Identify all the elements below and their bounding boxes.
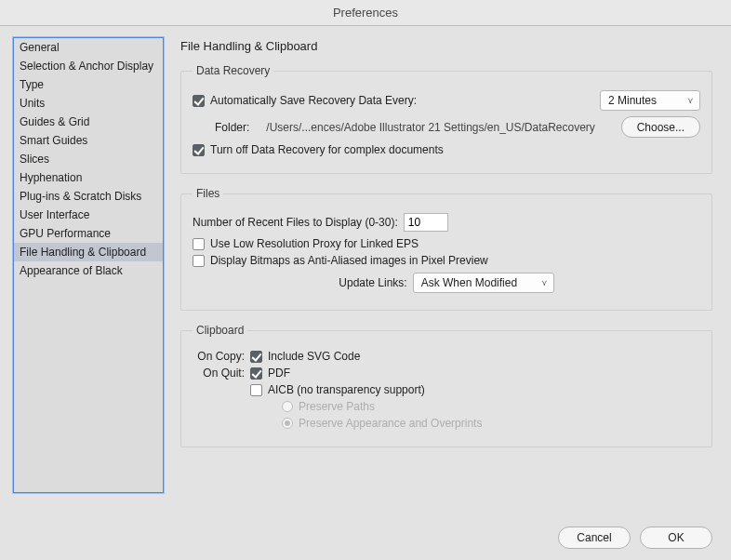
on-quit-label: On Quit: (193, 367, 245, 380)
recent-files-label: Number of Recent Files to Display (0-30)… (193, 216, 398, 229)
cancel-button[interactable]: Cancel (558, 527, 631, 549)
group-clipboard: Clipboard On Copy: Include SVG Code On Q… (180, 324, 712, 447)
select-interval-value: 2 Minutes (608, 94, 657, 107)
sidebar-item[interactable]: Units (14, 94, 163, 113)
group-clipboard-legend: Clipboard (193, 324, 247, 337)
sidebar-item[interactable]: Hyphenation (14, 168, 163, 187)
radio-preserve-appearance-label: Preserve Appearance and Overprints (299, 417, 482, 430)
sidebar-item[interactable]: Selection & Anchor Display (14, 57, 163, 75)
window-title: Preferences (333, 6, 398, 20)
sidebar-item[interactable]: User Interface (14, 206, 163, 224)
titlebar: Preferences (0, 0, 731, 26)
dialog-footer: Cancel OK (558, 527, 712, 549)
sidebar-item[interactable]: Plug-ins & Scratch Disks (14, 187, 163, 206)
content: GeneralSelection & Anchor DisplayTypeUni… (0, 26, 731, 540)
select-interval[interactable]: 2 Minutes ⋎ (600, 90, 700, 111)
on-copy-label: On Copy: (193, 350, 245, 363)
folder-label: Folder: (215, 121, 249, 134)
checkbox-include-svg[interactable] (250, 351, 262, 363)
choose-button[interactable]: Choose... (621, 116, 700, 138)
checkbox-aicb-label: AICB (no transparency support) (268, 383, 425, 396)
sidebar-item[interactable]: Slices (14, 150, 163, 168)
checkbox-turn-off-complex[interactable] (193, 144, 205, 156)
sidebar-item[interactable]: Guides & Grid (14, 113, 163, 131)
select-update-links[interactable]: Ask When Modified ⋎ (413, 273, 554, 293)
checkbox-bitmap-antialias[interactable] (193, 255, 205, 267)
group-files: Files Number of Recent Files to Display … (180, 187, 712, 311)
chevron-down-icon: ⋎ (541, 278, 548, 287)
sidebar[interactable]: GeneralSelection & Anchor DisplayTypeUni… (13, 37, 164, 493)
sidebar-item[interactable]: Appearance of Black (14, 261, 163, 280)
checkbox-low-res-proxy-label: Use Low Resolution Proxy for Linked EPS (210, 237, 419, 250)
checkbox-bitmap-antialias-label: Display Bitmaps as Anti-Aliased images i… (210, 254, 488, 267)
chevron-down-icon: ⋎ (687, 96, 694, 105)
sidebar-item[interactable]: Type (14, 75, 163, 94)
sidebar-item[interactable]: File Handling & Clipboard (14, 243, 163, 261)
checkbox-auto-save-label: Automatically Save Recovery Data Every: (210, 94, 417, 107)
recent-files-input[interactable] (404, 213, 448, 232)
main-panel: File Handling & Clipboard Data Recovery … (180, 37, 718, 493)
checkbox-pdf[interactable] (250, 367, 262, 380)
checkbox-aicb[interactable] (250, 384, 262, 396)
checkbox-auto-save[interactable] (193, 95, 205, 107)
select-update-links-value: Ask When Modified (421, 276, 517, 289)
group-data-recovery-legend: Data Recovery (193, 64, 273, 77)
checkbox-turn-off-complex-label: Turn off Data Recovery for complex docum… (210, 143, 444, 156)
checkbox-include-svg-label: Include SVG Code (268, 350, 360, 363)
sidebar-item[interactable]: General (14, 38, 163, 57)
group-files-legend: Files (193, 187, 223, 200)
radio-preserve-appearance (282, 418, 293, 429)
sidebar-item[interactable]: Smart Guides (14, 131, 163, 150)
checkbox-low-res-proxy[interactable] (193, 238, 205, 250)
update-links-label: Update Links: (339, 276, 406, 289)
checkbox-pdf-label: PDF (268, 367, 290, 380)
radio-preserve-paths-label: Preserve Paths (299, 400, 375, 413)
ok-button[interactable]: OK (640, 527, 712, 549)
group-data-recovery: Data Recovery Automatically Save Recover… (180, 64, 712, 174)
folder-path: /Users/...ences/Adobe Illustrator 21 Set… (266, 121, 595, 134)
radio-preserve-paths (282, 401, 293, 412)
panel-title: File Handling & Clipboard (180, 39, 712, 53)
sidebar-item[interactable]: GPU Performance (14, 224, 163, 243)
